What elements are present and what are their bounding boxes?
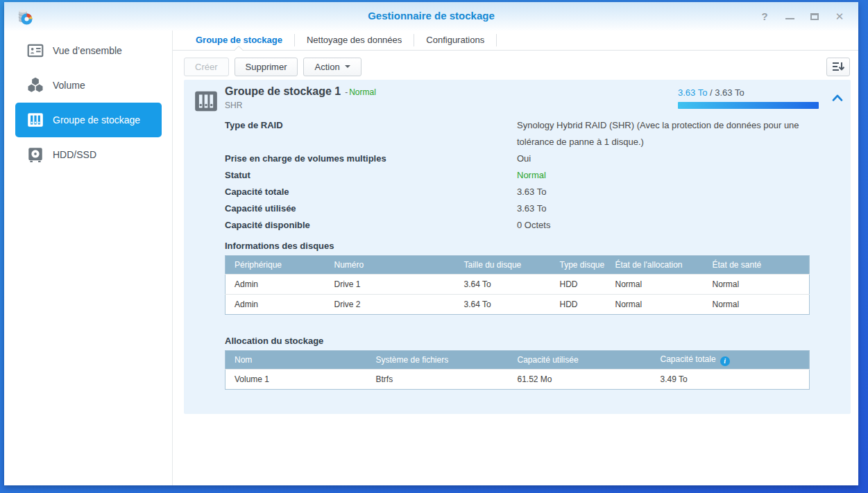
detail-row: Capacité totale 3.63 To (225, 184, 838, 200)
allocation-table: Nom Système de fichiers Capacité utilisé… (225, 350, 810, 390)
pool-usage-bar (678, 102, 819, 109)
minimize-button[interactable] (783, 10, 796, 24)
sidebar-item-storage-pool[interactable]: Groupe de stockage (15, 103, 162, 137)
column-header: Capacité utilisée (509, 351, 652, 370)
maximize-button[interactable] (808, 10, 821, 24)
help-button[interactable]: ? (758, 10, 771, 24)
capacity-separator: / (707, 87, 715, 98)
sidebar-item-label: Volume (53, 80, 85, 91)
chevron-up-icon (831, 94, 844, 102)
detail-row: Prise en charge de volumes multiples Oui (225, 150, 838, 167)
table-row-volume-1[interactable]: Volume 1 Btrfs 61.52 Mo 3.49 To (225, 370, 810, 390)
column-header: Nom (225, 351, 367, 370)
volume-cubes-icon (26, 76, 44, 94)
collapse-panel-button[interactable] (831, 94, 844, 103)
column-header-label: Capacité totale (661, 354, 716, 364)
detail-row: Statut Normal (225, 167, 838, 184)
delete-button[interactable]: Supprimer (235, 58, 298, 76)
pool-details: Type de RAID Synology Hybrid RAID (SHR) … (225, 117, 838, 234)
sort-list-icon (832, 61, 844, 72)
storage-pool-bays-icon (193, 88, 219, 114)
tab-data-scrubbing[interactable]: Nettoyage des données (295, 31, 414, 50)
window-frame: Gestionnaire de stockage ? ✕ (0, 0, 868, 493)
minimize-icon (785, 18, 794, 19)
detail-label: Capacité utilisée (225, 200, 517, 217)
titlebar: Gestionnaire de stockage ? ✕ (4, 2, 858, 31)
toolbar: Créer Supprimer Action (173, 53, 858, 80)
storage-pool-panel: Groupe de stockage 1-Normal SHR 3.63 To … (184, 80, 851, 414)
detail-row: Capacité utilisée 3.63 To (225, 200, 838, 217)
sidebar-item-volume[interactable]: Volume (15, 68, 162, 103)
allocation-table-header-row: Nom Système de fichiers Capacité utilisé… (225, 351, 810, 370)
window-controls: ? ✕ (758, 2, 846, 31)
capacity-total-value: 3.63 To (715, 87, 744, 98)
sort-list-button[interactable] (826, 58, 850, 76)
pool-usage-bar-fill (678, 102, 819, 109)
table-row-drive-1[interactable]: Admin Drive 1 3.64 To HDD Normal Normal (225, 275, 810, 295)
info-icon[interactable]: i (720, 356, 730, 366)
sidebar-item-label: Groupe de stockage (53, 114, 140, 126)
sidebar-item-label: HDD/SSD (53, 149, 96, 160)
tab-storage-pool[interactable]: Groupe de stockage (184, 31, 294, 50)
pool-title: Groupe de stockage 1 (225, 85, 341, 97)
create-button[interactable]: Créer (184, 58, 229, 76)
detail-label: Prise en charge de volumes multiples (225, 150, 517, 167)
column-header: Numéro (325, 256, 455, 275)
sidebar-item-overview[interactable]: Vue d’ensemble (15, 33, 162, 68)
main-content: Groupe de stockage Nettoyage des données… (173, 31, 858, 485)
pool-status-badge: Normal (349, 87, 376, 97)
detail-value: Synology Hybrid RAID (SHR) (Avec la prot… (517, 117, 803, 150)
pool-header: Groupe de stockage 1-Normal SHR (225, 85, 376, 110)
capacity-used-value: 3.63 To (678, 87, 707, 98)
action-label: Action (314, 62, 339, 72)
disks-table-header-row: Périphérique Numéro Taille du disque Typ… (225, 256, 810, 275)
hdd-icon (26, 146, 44, 164)
pool-capacity: 3.63 To / 3.63 To (678, 87, 819, 109)
storage-pool-icon (26, 111, 44, 129)
detail-label: Capacité disponible (225, 217, 517, 234)
column-header: Système de fichiers (367, 351, 509, 370)
detail-label: Type de RAID (225, 117, 517, 134)
overview-icon (26, 42, 44, 60)
maximize-icon (810, 13, 819, 20)
detail-row: Capacité disponible 0 Octets (225, 217, 838, 234)
column-header: Périphérique (225, 256, 325, 275)
action-dropdown-button[interactable]: Action (303, 58, 361, 76)
tab-configurations[interactable]: Configurations (414, 31, 496, 50)
detail-value: 3.63 To (517, 184, 803, 200)
disks-section-title: Informations des disques (225, 241, 334, 251)
dropdown-caret-icon (345, 65, 350, 68)
column-header: État de santé (704, 256, 810, 275)
detail-label: Statut (225, 167, 517, 184)
detail-value-status: Normal (517, 167, 803, 184)
sidebar-item-label: Vue d’ensemble (53, 45, 122, 56)
detail-value: Oui (517, 150, 803, 167)
sidebar-item-hdd-ssd[interactable]: HDD/SSD (15, 137, 162, 172)
column-header: Capacité totalei (652, 351, 810, 370)
app-window: Gestionnaire de stockage ? ✕ (4, 2, 858, 485)
column-header: Type disque (551, 256, 606, 275)
detail-value: 0 Octets (517, 217, 803, 234)
window-title: Gestionnaire de stockage (4, 10, 858, 21)
column-header: Taille du disque (455, 256, 551, 275)
tab-bar: Groupe de stockage Nettoyage des données… (173, 31, 858, 51)
column-header: État de l'allocation (606, 256, 704, 275)
detail-label: Capacité totale (225, 184, 517, 200)
pool-raid-type: SHR (225, 101, 376, 110)
table-row-drive-2[interactable]: Admin Drive 2 3.64 To HDD Normal Normal (225, 295, 810, 315)
detail-value: 3.63 To (517, 200, 803, 217)
pool-status-separator: - (345, 87, 348, 97)
tab-separator (496, 34, 497, 46)
close-button[interactable]: ✕ (833, 10, 846, 24)
disks-table: Périphérique Numéro Taille du disque Typ… (225, 255, 810, 315)
detail-row: Type de RAID Synology Hybrid RAID (SHR) … (225, 117, 838, 150)
sidebar: Vue d’ensemble Volume (4, 31, 173, 485)
allocation-section-title: Allocation du stockage (225, 336, 323, 346)
